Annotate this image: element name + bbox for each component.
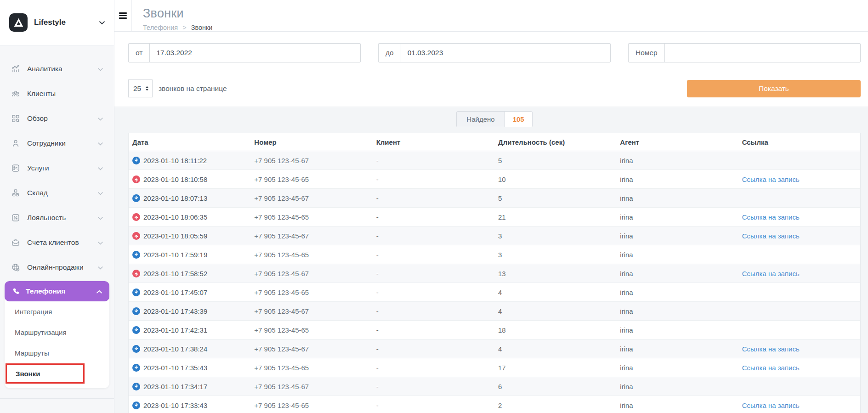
cell-link — [738, 189, 860, 208]
cell-link: Ссылка на запись — [738, 226, 860, 245]
call-datetime: 2023-01-10 17:43:39 — [143, 307, 207, 315]
cell-datetime: 2023-01-10 18:11:22 — [129, 151, 250, 170]
submenu-item-routing[interactable]: Маршрутизация — [5, 322, 109, 343]
telephony-group: Телефония ИнтеграцияМаршрутизацияМаршрут… — [5, 281, 109, 388]
cell-agent: irina — [616, 339, 738, 358]
table-row: 2023-01-10 17:45:07+7 905 123-45-65-4iri… — [129, 283, 860, 302]
breadcrumb-current: Звонки — [191, 24, 213, 31]
recording-link[interactable]: Ссылка на запись — [742, 213, 800, 221]
cell-datetime: 2023-01-10 18:05:59 — [129, 226, 250, 245]
calls-table: ДатаНомерКлиентДлительность (сек)АгентСс… — [129, 133, 860, 413]
call-datetime: 2023-01-10 17:45:07 — [143, 289, 207, 296]
cell-link — [738, 283, 860, 302]
table-row: 2023-01-10 17:33:43+7 905 123-45-65-2iri… — [129, 396, 860, 413]
per-page-label: звонков на странице — [159, 85, 227, 93]
cell-link: Ссылка на запись — [738, 339, 860, 358]
recording-link[interactable]: Ссылка на запись — [742, 402, 800, 409]
main-area: Звонки Телефония > Звонки от до — [114, 0, 868, 413]
sidebar-item-label: Телефония — [26, 287, 65, 295]
incoming-call-icon — [132, 326, 140, 334]
sidebar-item-label: Клиенты — [27, 90, 56, 98]
recording-link[interactable]: Ссылка на запись — [742, 364, 800, 372]
cell-agent: irina — [616, 226, 738, 245]
date-to-group: до — [378, 43, 611, 62]
number-filter-input[interactable] — [665, 44, 860, 62]
submenu-item-calls[interactable]: Звонки — [6, 363, 85, 384]
brand-logo — [9, 13, 28, 32]
call-datetime: 2023-01-10 17:35:43 — [143, 364, 207, 372]
found-badge: Найдено 105 — [456, 111, 532, 127]
sidebar-item-label: Счета клиентов — [27, 238, 79, 247]
sidebar-item-clients[interactable]: Клиенты — [0, 81, 114, 106]
cell-link — [738, 245, 860, 264]
recording-link[interactable]: Ссылка на запись — [742, 345, 800, 353]
table-row: 2023-01-10 18:11:22+7 905 123-45-67-5iri… — [129, 151, 860, 170]
cell-duration: 5 — [494, 189, 616, 208]
sidebar-item-loyalty[interactable]: Лояльность — [0, 205, 114, 230]
cell-datetime: 2023-01-10 17:35:43 — [129, 358, 250, 377]
sidebar-item-label: Обзор — [27, 114, 48, 123]
stepper-arrows-icon — [145, 86, 149, 91]
sidebar-item-overview[interactable]: Обзор — [0, 106, 114, 131]
incoming-call-icon — [132, 307, 140, 315]
cell-client: - — [373, 283, 494, 302]
sidebar-item-label: Услуги — [27, 164, 49, 172]
chevron-down-icon — [98, 139, 103, 147]
cell-number: +7 905 123-45-67 — [250, 339, 372, 358]
cell-datetime: 2023-01-10 17:45:07 — [129, 283, 250, 302]
cell-agent: irina — [616, 151, 738, 170]
cell-client: - — [373, 264, 494, 283]
cell-duration: 6 — [494, 377, 616, 396]
column-header: Ссылка — [738, 133, 860, 151]
submenu-item-integration[interactable]: Интеграция — [5, 301, 109, 322]
sidebar-item-analytics[interactable]: Аналитика — [0, 57, 114, 81]
cell-duration: 4 — [494, 339, 616, 358]
calls-table-card: ДатаНомерКлиентДлительность (сек)АгентСс… — [128, 133, 861, 413]
cell-number: +7 905 123-45-67 — [250, 264, 372, 283]
sidebar-item-services[interactable]: Услуги — [0, 156, 114, 181]
date-from-input[interactable] — [150, 44, 360, 62]
column-header: Длительность (сек) — [494, 133, 616, 151]
recording-link[interactable]: Ссылка на запись — [742, 270, 800, 277]
recording-link[interactable]: Ссылка на запись — [742, 232, 800, 240]
cell-datetime: 2023-01-10 17:59:19 — [129, 245, 250, 264]
table-row: 2023-01-10 17:35:43+7 905 123-45-65-17ir… — [129, 358, 860, 377]
cell-datetime: 2023-01-10 17:42:31 — [129, 321, 250, 339]
analytics-icon — [11, 64, 21, 74]
sidebar-item-employees[interactable]: Сотрудники — [0, 131, 114, 156]
cell-agent: irina — [616, 245, 738, 264]
found-count: 105 — [505, 112, 532, 127]
incoming-call-icon — [132, 345, 140, 353]
app-root: Lifestyle АналитикаКлиентыОбзорСотрудник… — [0, 0, 868, 413]
date-from-label: от — [129, 44, 150, 62]
breadcrumb: Телефония > Звонки — [143, 24, 212, 31]
sidebar-item-label: Аналитика — [27, 65, 62, 73]
cell-number: +7 905 123-45-65 — [250, 396, 372, 413]
cell-datetime: 2023-01-10 18:07:13 — [129, 189, 250, 208]
sidebar-item-client-accounts[interactable]: Счета клиентов — [0, 230, 114, 255]
recording-link[interactable]: Ссылка на запись — [742, 175, 800, 183]
chevron-down-icon — [98, 189, 103, 197]
sidebar-item-warehouse[interactable]: Склад — [0, 181, 114, 205]
cell-number: +7 905 123-45-65 — [250, 208, 372, 226]
table-row: 2023-01-10 18:05:59+7 905 123-45-67-3iri… — [129, 226, 860, 245]
brand-switcher[interactable]: Lifestyle — [0, 0, 114, 45]
date-to-input[interactable] — [401, 44, 610, 62]
outgoing-call-icon — [132, 213, 140, 221]
per-page-select[interactable]: 25 — [128, 79, 153, 97]
cell-number: +7 905 123-45-65 — [250, 283, 372, 302]
cell-duration: 2 — [494, 396, 616, 413]
breadcrumb-parent-link[interactable]: Телефония — [143, 24, 178, 31]
incoming-call-icon — [132, 383, 140, 390]
sidebar-item-telephony[interactable]: Телефония — [5, 281, 109, 301]
sidebar-item-online-sales[interactable]: Онлайн-продажи — [0, 255, 114, 280]
submenu-item-routes[interactable]: Маршруты — [5, 343, 109, 363]
cell-datetime: 2023-01-10 18:06:35 — [129, 208, 250, 226]
cell-agent: irina — [616, 358, 738, 377]
show-button[interactable]: Показать — [687, 80, 861, 97]
cell-link: Ссылка на запись — [738, 170, 860, 189]
sidebar-toggle-button[interactable] — [114, 0, 132, 31]
table-row: 2023-01-10 17:38:24+7 905 123-45-67-4iri… — [129, 339, 860, 358]
cell-client: - — [373, 208, 494, 226]
cell-duration: 3 — [494, 226, 616, 245]
